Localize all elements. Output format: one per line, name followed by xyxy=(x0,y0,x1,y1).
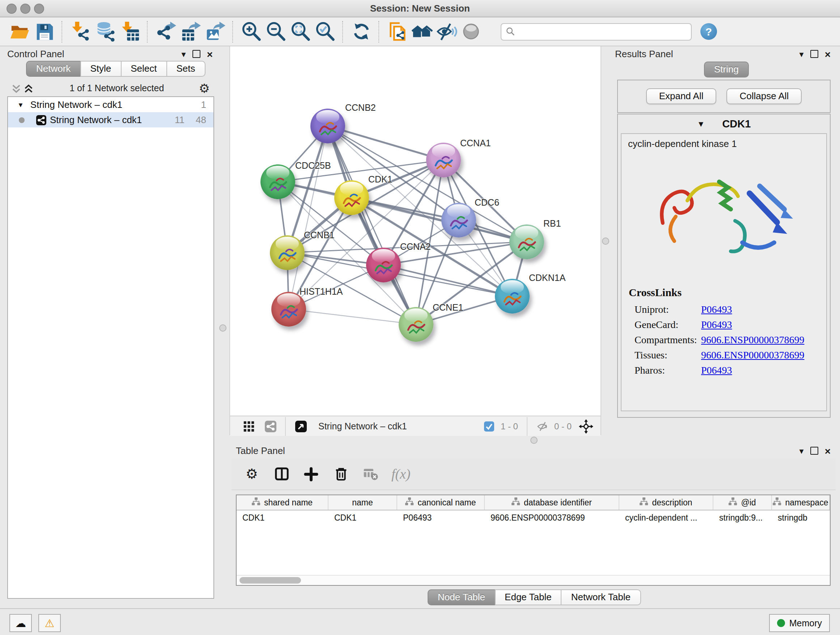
hidden-eye-slash-icon[interactable] xyxy=(534,417,551,435)
tab-network[interactable]: Network xyxy=(26,61,81,77)
network-node-CCNE1[interactable] xyxy=(399,307,433,342)
window-minimize-button[interactable] xyxy=(20,4,30,14)
network-node-HIST1H1A[interactable] xyxy=(271,292,306,326)
export-network-button[interactable] xyxy=(153,20,178,43)
network-options-gear-icon[interactable]: ⚙ xyxy=(199,83,210,94)
hide-selected-button[interactable] xyxy=(434,20,459,43)
tab-network-table[interactable]: Network Table xyxy=(561,589,641,605)
network-node-CDK1[interactable] xyxy=(334,180,369,215)
fit-crosshair-icon[interactable] xyxy=(577,417,595,435)
tab-style[interactable]: Style xyxy=(80,61,121,77)
network-collection-row[interactable]: ▼ String Network – cdk1 1 xyxy=(8,97,213,112)
window-zoom-button[interactable] xyxy=(34,4,44,14)
open-in-window-icon[interactable] xyxy=(292,417,309,435)
delete-column-trash-icon[interactable] xyxy=(332,465,349,483)
network-node-CCNA2[interactable] xyxy=(366,248,401,282)
column-header-shared-name[interactable]: shared name xyxy=(237,495,328,510)
export-image-button[interactable] xyxy=(202,20,227,43)
tab-edge-table[interactable]: Edge Table xyxy=(494,589,562,605)
network-node-CCNA1[interactable] xyxy=(426,143,461,177)
network-node-CDC25B[interactable] xyxy=(261,165,295,199)
results-panel-menu-icon[interactable]: ▾ xyxy=(799,50,804,58)
network-canvas[interactable]: CCNB2 CCNA1 CDC25B CDK1 CDC6 RB1 CCNB1 C… xyxy=(230,46,600,416)
network-node-CCNB2[interactable] xyxy=(310,109,345,143)
network-node-RB1[interactable] xyxy=(509,225,544,259)
horizontal-splitter-handle[interactable] xyxy=(531,437,538,444)
birdseye-grid-icon[interactable] xyxy=(240,417,257,435)
results-panel-close-icon[interactable]: × xyxy=(825,50,831,58)
network-row[interactable]: String Network – cdk1 11 48 xyxy=(8,112,213,127)
import-network-file-button[interactable] xyxy=(68,20,93,43)
table-panel-close-icon[interactable]: × xyxy=(825,447,831,455)
first-neighbors-button[interactable] xyxy=(409,20,434,43)
create-column-plus-icon[interactable] xyxy=(302,465,320,483)
column-header-id[interactable]: @id xyxy=(714,495,772,510)
cloud-status-button[interactable]: ☁ xyxy=(9,614,32,632)
column-header-namespace[interactable]: namespace xyxy=(772,495,830,510)
table-cell[interactable]: cyclin-dependent ... xyxy=(619,510,714,526)
network-share-icon[interactable] xyxy=(262,417,279,435)
show-all-button[interactable] xyxy=(459,20,483,43)
tab-node-table[interactable]: Node Table xyxy=(428,589,495,605)
zoom-fit-button[interactable] xyxy=(288,20,313,43)
right-splitter-handle[interactable] xyxy=(602,238,609,245)
zoom-selected-button[interactable] xyxy=(313,20,337,43)
left-splitter-handle[interactable] xyxy=(219,325,226,332)
expand-all-icon[interactable] xyxy=(22,80,35,97)
tab-string[interactable]: String xyxy=(704,62,749,78)
results-panel-float-icon[interactable] xyxy=(810,50,818,58)
delete-table-icon[interactable] xyxy=(362,465,379,483)
zoom-out-button[interactable] xyxy=(264,20,288,43)
table-options-gear-icon[interactable]: ⚙ xyxy=(243,465,261,483)
collapse-all-icon[interactable] xyxy=(10,80,22,97)
zoom-in-button[interactable] xyxy=(239,20,264,43)
crosslink-link[interactable]: 9606.ENSP00000378699 xyxy=(701,349,804,361)
table-cell[interactable]: CDK1 xyxy=(328,510,397,526)
protein-ribbon-icon xyxy=(432,154,454,172)
protein-expander-icon[interactable]: ▼ xyxy=(697,119,705,128)
table-horizontal-scrollbar[interactable] xyxy=(237,575,830,585)
selected-checkbox-icon[interactable] xyxy=(480,417,498,435)
table-cell[interactable]: P06493 xyxy=(397,510,485,526)
column-header-database-identifier[interactable]: database identifier xyxy=(485,495,619,510)
select-columns-icon[interactable] xyxy=(273,465,290,483)
apply-layout-button[interactable] xyxy=(349,20,373,43)
save-session-button[interactable] xyxy=(32,20,57,43)
table-cell[interactable]: stringdb:9... xyxy=(714,510,772,526)
tab-select[interactable]: Select xyxy=(120,61,167,77)
network-node-CCNB1[interactable] xyxy=(270,235,305,270)
network-node-CDKN1A[interactable] xyxy=(495,279,530,314)
expand-all-button[interactable]: Expand All xyxy=(646,88,717,104)
column-header-name[interactable]: name xyxy=(328,495,397,510)
crosslink-link[interactable]: P06493 xyxy=(701,304,732,315)
column-header-description[interactable]: description xyxy=(619,495,714,510)
collapse-all-button[interactable]: Collapse All xyxy=(727,88,802,104)
tree-expander-icon[interactable]: ▼ xyxy=(17,101,24,108)
window-close-button[interactable] xyxy=(6,4,17,14)
import-table-button[interactable] xyxy=(117,20,142,43)
tab-sets[interactable]: Sets xyxy=(166,61,205,77)
table-cell[interactable]: 9606.ENSP00000378699 xyxy=(485,510,619,526)
control-panel-close-icon[interactable]: × xyxy=(207,50,213,58)
crosslink-link[interactable]: P06493 xyxy=(701,319,732,331)
export-table-button[interactable] xyxy=(178,20,202,43)
table-cell[interactable]: CDK1 xyxy=(237,510,328,526)
network-node-CDC6[interactable] xyxy=(441,203,476,238)
column-header-canonical-name[interactable]: canonical name xyxy=(397,495,485,510)
control-panel-float-icon[interactable] xyxy=(193,50,201,58)
import-network-database-button[interactable] xyxy=(93,20,117,43)
crosslink-link[interactable]: 9606.ENSP00000378699 xyxy=(701,334,804,346)
crosslink-link[interactable]: P06493 xyxy=(701,364,732,376)
duplicate-network-button[interactable] xyxy=(385,20,409,43)
function-builder-fx-icon[interactable]: f(x) xyxy=(392,466,411,482)
search-input[interactable] xyxy=(518,26,687,37)
memory-button[interactable]: Memory xyxy=(769,614,830,632)
scrollbar-thumb[interactable] xyxy=(240,577,301,584)
control-panel-menu-icon[interactable]: ▾ xyxy=(182,50,186,58)
warnings-button[interactable]: ⚠ xyxy=(38,614,61,632)
table-panel-menu-icon[interactable]: ▾ xyxy=(799,447,804,455)
open-session-button[interactable] xyxy=(7,20,32,43)
help-button[interactable]: ? xyxy=(700,23,717,40)
table-panel-float-icon[interactable] xyxy=(810,447,818,455)
table-cell[interactable]: stringdb xyxy=(772,510,830,526)
